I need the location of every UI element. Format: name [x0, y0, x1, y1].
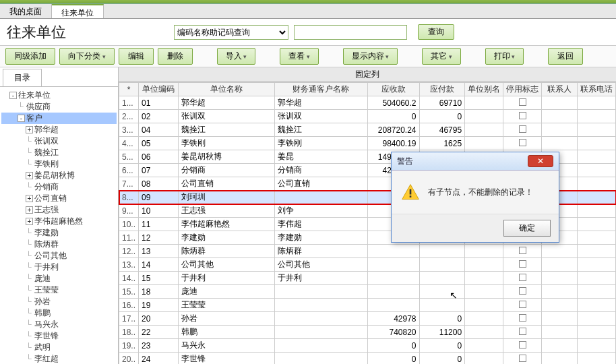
col-pay[interactable]: 应付款 — [419, 83, 465, 96]
tree-node[interactable]: +姜昆胡秋博 — [1, 170, 117, 181]
tree-node[interactable]: +王志强 — [1, 204, 117, 216]
cell-stop[interactable] — [503, 326, 542, 339]
col-phone[interactable]: 联系电话 — [577, 83, 615, 96]
col-recv[interactable]: 应收款 — [367, 83, 419, 96]
tree-toggle-icon[interactable]: - — [18, 115, 25, 122]
table-row[interactable]: 1...01郭华超郭华超504060.269710 — [119, 96, 616, 110]
cell-stop[interactable] — [503, 137, 542, 150]
cell-stop[interactable] — [503, 123, 542, 137]
col-customer[interactable]: 财务通客户名称 — [275, 83, 368, 96]
tree-node[interactable]: 孙岩 — [1, 296, 117, 307]
tree-node[interactable]: 魏拴江 — [1, 147, 117, 158]
delete-button[interactable]: 删除 — [158, 48, 193, 65]
table-row[interactable]: 20..24李世锋00 — [119, 353, 616, 365]
tree-node[interactable]: -往来单位 — [1, 90, 117, 101]
checkbox-icon[interactable] — [519, 301, 526, 308]
checkbox-icon[interactable] — [519, 328, 526, 335]
tree-node[interactable]: 张训双 — [1, 135, 117, 147]
sidebar-tab-directory[interactable]: 目录 — [3, 69, 42, 86]
display-content-button[interactable]: 显示内容 — [343, 48, 398, 65]
print-button[interactable]: 打印 — [485, 48, 524, 65]
table-row[interactable]: 4...05李铁刚李铁刚98400.191625 — [119, 137, 616, 150]
tree-node[interactable]: +李伟超麻艳然 — [1, 216, 117, 227]
table-row[interactable]: 12..13陈炳群陈炳群 — [119, 245, 616, 258]
checkbox-icon[interactable] — [519, 341, 526, 348]
other-button[interactable]: 其它 — [422, 48, 461, 65]
tree-node[interactable]: 韩鹏 — [1, 307, 117, 319]
tree-toggle-icon[interactable]: + — [26, 172, 33, 179]
cell-contact — [542, 272, 578, 285]
checkbox-icon[interactable] — [519, 112, 526, 119]
checkbox-icon[interactable] — [519, 314, 526, 322]
table-row[interactable]: 18..22韩鹏74082011200 — [119, 326, 616, 339]
import-button[interactable]: 导入 — [217, 48, 256, 65]
checkbox-icon[interactable] — [519, 260, 526, 268]
tree-node[interactable]: 马兴永 — [1, 319, 117, 330]
add-sibling-button[interactable]: 同级添加 — [5, 48, 55, 65]
tree-node[interactable]: -客户 — [1, 113, 117, 124]
checkbox-icon[interactable] — [519, 139, 526, 146]
tree-node[interactable]: 公司其他 — [1, 250, 117, 262]
col-rownum[interactable]: * — [119, 83, 139, 96]
tree-node[interactable]: 供应商 — [1, 101, 117, 113]
cell-stop[interactable] — [503, 96, 542, 110]
tab-desktop[interactable]: 我的桌面 — [0, 4, 52, 18]
tree-toggle-icon[interactable]: + — [26, 195, 33, 202]
checkbox-icon[interactable] — [519, 287, 526, 295]
table-row[interactable]: 15..18庞迪 — [119, 285, 616, 299]
cell-stop[interactable] — [503, 312, 542, 326]
table-row[interactable]: 16..19王莹莹 — [119, 299, 616, 312]
search-type-select[interactable]: 编码名称助记码查询 — [174, 25, 288, 40]
tree-node[interactable]: 李铁刚 — [1, 158, 117, 170]
table-row[interactable]: 14..15于井利于井利 — [119, 272, 616, 285]
tree-node[interactable]: 分销商 — [1, 181, 117, 193]
tree-node[interactable]: 于井利 — [1, 262, 117, 273]
tree-toggle-icon[interactable]: - — [9, 92, 17, 99]
col-code[interactable]: 单位编码 — [139, 83, 179, 96]
edit-button[interactable]: 编辑 — [119, 48, 154, 65]
tab-partners[interactable]: 往来单位 — [52, 4, 104, 18]
cell-stop[interactable] — [503, 110, 542, 123]
tree-node[interactable]: 武明 — [1, 342, 117, 353]
cell-stop[interactable] — [503, 258, 542, 272]
cell-stop[interactable] — [503, 272, 542, 285]
dialog-close-button[interactable]: ✕ — [528, 155, 553, 167]
cell-customer: 郭华超 — [275, 96, 368, 110]
table-row[interactable]: 19..23马兴永00 — [119, 339, 616, 353]
col-stop[interactable]: 停用标志 — [503, 83, 542, 96]
tree-node[interactable]: 李建勋 — [1, 227, 117, 239]
checkbox-icon[interactable] — [519, 274, 526, 281]
col-name[interactable]: 单位名称 — [179, 83, 275, 96]
cell-stop[interactable] — [503, 245, 542, 258]
cell-stop[interactable] — [503, 285, 542, 299]
checkbox-icon[interactable] — [519, 247, 526, 254]
back-button[interactable]: 返回 — [548, 48, 583, 65]
tree-node[interactable]: 陈炳群 — [1, 239, 117, 250]
classify-down-button[interactable]: 向下分类 — [59, 48, 115, 65]
tree-node[interactable]: 李世锋 — [1, 330, 117, 342]
col-alias[interactable]: 单位别名 — [465, 83, 503, 96]
tree-node[interactable]: 庞迪 — [1, 273, 117, 284]
table-row[interactable]: 13..14公司其他公司其他 — [119, 258, 616, 272]
col-contact[interactable]: 联系人 — [542, 83, 578, 96]
tree-toggle-icon[interactable]: + — [26, 126, 33, 133]
cell-stop[interactable] — [503, 299, 542, 312]
view-button[interactable]: 查看 — [280, 48, 319, 65]
tree-node[interactable]: +公司直销 — [1, 193, 117, 204]
cell-stop[interactable] — [503, 353, 542, 365]
table-row[interactable]: 2...02张训双张训双00 — [119, 110, 616, 123]
tree-toggle-icon[interactable]: + — [26, 206, 33, 214]
checkbox-icon[interactable] — [519, 125, 526, 133]
tree-node[interactable]: 李红超 — [1, 353, 117, 364]
tree-node[interactable]: 王莹莹 — [1, 284, 117, 296]
table-row[interactable]: 17..20孙岩429780 — [119, 312, 616, 326]
tree-toggle-icon[interactable]: + — [26, 218, 33, 225]
table-row[interactable]: 3...04魏拴江魏拴江208720.2446795 — [119, 123, 616, 137]
checkbox-icon[interactable] — [519, 355, 526, 362]
cell-stop[interactable] — [503, 339, 542, 353]
search-input[interactable] — [294, 25, 407, 40]
tree-node[interactable]: +郭华超 — [1, 124, 117, 135]
query-button[interactable]: 查询 — [418, 24, 454, 40]
checkbox-icon[interactable] — [519, 98, 526, 106]
dialog-ok-button[interactable]: 确定 — [503, 220, 551, 237]
